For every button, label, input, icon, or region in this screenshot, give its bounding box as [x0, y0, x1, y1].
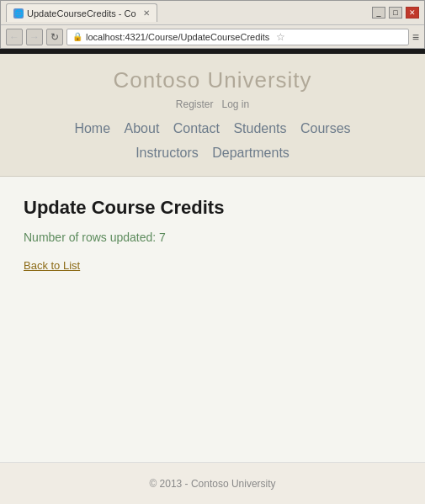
minimize-button[interactable]: _ [372, 7, 385, 19]
tab-area: 🌐 UpdateCourseCredits - Co ✕ [6, 3, 157, 22]
footer-spacer [0, 293, 425, 343]
title-bar: 🌐 UpdateCourseCredits - Co ✕ _ □ ✕ [1, 1, 424, 24]
page-heading: Update Course Credits [24, 197, 401, 219]
page-content: Contoso University Register Log in Home … [0, 54, 425, 504]
bookmark-icon[interactable]: ☆ [276, 31, 285, 43]
nav-courses[interactable]: Courses [300, 121, 351, 135]
window-controls: _ □ ✕ [372, 7, 419, 19]
back-button[interactable]: ← [6, 29, 23, 45]
footer-text: © 2013 - Contoso University [149, 478, 275, 490]
login-link[interactable]: Log in [222, 98, 250, 110]
auth-links: Register Log in [0, 98, 425, 110]
nav-links: Home About Contact Students Courses Inst… [0, 117, 425, 166]
maximize-button[interactable]: □ [389, 7, 402, 19]
nav-students[interactable]: Students [233, 121, 286, 135]
back-to-list-link[interactable]: Back to List [24, 259, 80, 272]
tab-label: UpdateCourseCredits - Co [27, 8, 136, 19]
browser-chrome: 🌐 UpdateCourseCredits - Co ✕ _ □ ✕ ← → ↻ [0, 0, 425, 49]
nav-row-1: Home About Contact Students Courses [0, 117, 425, 141]
register-link[interactable]: Register [176, 98, 214, 110]
nav-contact[interactable]: Contact [173, 121, 220, 135]
main-content: Update Course Credits Number of rows upd… [0, 177, 425, 293]
nav-instructors[interactable]: Instructors [135, 146, 199, 160]
status-text: Number of rows updated: 7 [24, 231, 401, 244]
site-title: Contoso University [0, 67, 425, 93]
browser-menu-button[interactable]: ≡ [412, 30, 419, 44]
forward-button[interactable]: → [26, 29, 43, 45]
tab-icon: 🌐 [13, 8, 24, 19]
site-footer: © 2013 - Contoso University [0, 462, 425, 504]
nav-home[interactable]: Home [74, 121, 110, 135]
tab-close-button[interactable]: ✕ [143, 8, 150, 18]
browser-tab[interactable]: 🌐 UpdateCourseCredits - Co ✕ [6, 3, 157, 22]
nav-departments[interactable]: Departments [212, 146, 290, 160]
url-text: localhost:4321/Course/UpdateCourseCredit… [86, 32, 269, 42]
lock-icon: 🔒 [72, 32, 82, 41]
close-button[interactable]: ✕ [406, 7, 419, 19]
content-wrapper: Contoso University Register Log in Home … [0, 54, 425, 504]
refresh-button[interactable]: ↻ [46, 29, 63, 45]
url-bar[interactable]: 🔒 localhost:4321/Course/UpdateCourseCred… [66, 29, 409, 45]
site-header: Contoso University Register Log in Home … [0, 54, 425, 177]
address-bar: ← → ↻ 🔒 localhost:4321/Course/UpdateCour… [1, 24, 424, 48]
nav-row-2: Instructors Departments [0, 141, 425, 166]
nav-about[interactable]: About [125, 121, 160, 135]
